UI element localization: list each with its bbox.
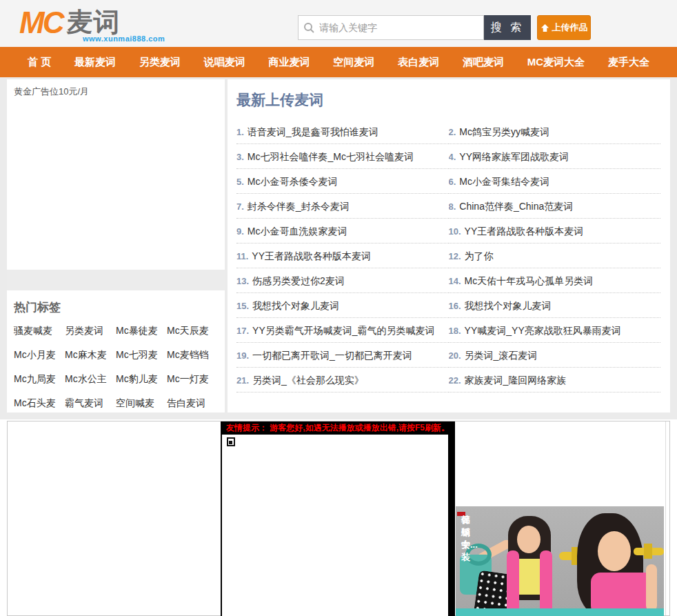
song-link[interactable]: 15.我想找个对象儿麦词 [236, 293, 449, 318]
tag-link[interactable]: Mc七羽麦 [116, 349, 167, 361]
song-number: 17. [236, 326, 249, 336]
song-number: 6. [449, 177, 456, 187]
song-link[interactable]: 9.Mc小金哥血洗娱家麦词 [236, 219, 449, 244]
song-link[interactable]: 19.一切都已离开歌词_一切都已离开麦词 [236, 343, 449, 368]
ad-girl1-face [517, 526, 540, 553]
site-logo[interactable]: MC麦词 www.xunmai888.com [19, 6, 157, 43]
song-title: 另类词_《社会那么现实》 [252, 375, 364, 386]
tag-link[interactable]: Mc小月麦 [14, 349, 65, 361]
tag-link[interactable]: 空间喊麦 [116, 397, 167, 410]
song-title: Mc小金哥血洗娱家麦词 [247, 226, 347, 237]
tag-link[interactable]: Mc暴徒麦 [116, 325, 167, 337]
song-number: 9. [236, 226, 244, 237]
song-number: 7. [236, 201, 244, 212]
song-link[interactable]: 1.语音麦词_我是鑫哥我怕谁麦词 [236, 119, 449, 144]
tag-link[interactable]: Mc天辰麦 [167, 325, 218, 337]
upload-arrow-icon [540, 23, 549, 32]
logo-site-name: 麦词 [66, 8, 120, 37]
hot-tags-grid: 骚麦喊麦 另类麦词 Mc暴徒麦 Mc天辰麦 Mc小月麦 Mc麻木麦 Mc七羽麦 … [7, 315, 225, 410]
ad-toy-plane-right [634, 548, 664, 555]
song-link[interactable]: 18.YY喊麦词_YY亮家战歌狂风暴雨麦词 [449, 318, 661, 343]
song-title: 封杀令伴奏_封杀令麦词 [247, 201, 350, 212]
search-area: 搜 索 [298, 15, 531, 40]
song-number: 12. [449, 251, 461, 261]
nav-item-mc-collection[interactable]: MC麦词大全 [523, 47, 589, 77]
tag-link[interactable]: Mc石头麦 [14, 397, 65, 410]
ad-image[interactable]: 韩版女装 促销中... [456, 506, 664, 616]
nav-item-space[interactable]: 空间麦词 [329, 47, 378, 77]
song-title: 另类词_滚石麦词 [465, 350, 538, 361]
upload-button[interactable]: 上传作品 [537, 15, 591, 40]
song-title: YY喊麦词_YY亮家战歌狂风暴雨麦词 [465, 325, 621, 336]
song-link[interactable]: 6.Mc小金哥集结令麦词 [449, 169, 661, 194]
song-number: 15. [236, 301, 249, 311]
song-link[interactable]: 20.另类词_滚石麦词 [449, 343, 661, 368]
song-link[interactable]: 5.Mc小金哥杀倭令麦词 [236, 169, 449, 194]
site-header: MC麦词 www.xunmai888.com 搜 索 上传作品 [0, 0, 677, 47]
ad-placeholder [7, 104, 225, 270]
tag-link[interactable]: Mc九局麦 [14, 373, 65, 386]
song-number: 18. [449, 326, 461, 336]
song-number: 11. [236, 251, 248, 261]
ad-promo-label: 韩版女装 促销中... [457, 512, 465, 516]
song-number: 16. [449, 301, 461, 311]
song-link[interactable]: 2.Mc鸽宝另类yy喊麦词 [449, 119, 661, 144]
tag-link[interactable]: Mc麻木麦 [65, 349, 116, 361]
song-title: YY网络家族军团战歌麦词 [459, 151, 569, 162]
nav-item-latest[interactable]: 最新麦词 [70, 47, 120, 77]
tag-link[interactable]: Mc水公主 [65, 373, 116, 386]
tag-link[interactable]: Mc麦铛铛 [167, 349, 218, 361]
hot-tags-heading: 热门标签 [14, 299, 218, 315]
song-title: 一切都已离开歌词_一切都已离开麦词 [252, 350, 412, 361]
sidebar-divider-bar [7, 270, 225, 290]
song-link[interactable]: 11.YY王者路战歌各种版本麦词 [236, 244, 449, 268]
logo-mc-text: MC [19, 6, 62, 39]
song-title: 我想找个对象儿麦词 [465, 300, 552, 311]
song-title: YY王者路战歌各种版本麦词 [465, 226, 584, 237]
song-link[interactable]: 4.YY网络家族军团战歌麦词 [449, 144, 661, 169]
page-bottom: 友情提示： 游客您好,如遇无法播放或播放出错,请按F5刷新。 韩版女装 促销中.… [0, 419, 677, 616]
song-number: 2. [449, 127, 456, 137]
song-link[interactable]: 21.另类词_《社会那么现实》 [236, 368, 449, 393]
song-number: 8. [449, 201, 456, 212]
song-title: Mc小金哥杀倭令麦词 [247, 176, 338, 187]
nav-item-home[interactable]: 首 页 [23, 47, 55, 77]
ad-girl1-top [519, 559, 541, 595]
song-link[interactable]: 16.我想找个对象儿麦词 [449, 293, 661, 318]
song-link[interactable]: 17.YY另类霸气开场喊麦词_霸气的另类喊麦词 [236, 318, 449, 343]
song-link[interactable]: 3.Mc七羽社会嗑伴奏_Mc七羽社会嗑麦词 [236, 144, 449, 169]
song-title: YY王者路战歌各种版本麦词 [252, 250, 371, 261]
nav-item-business[interactable]: 商业麦词 [264, 47, 314, 77]
song-link[interactable]: 7.封杀令伴奏_封杀令麦词 [236, 194, 449, 219]
player-body[interactable] [221, 435, 455, 616]
nav-item-rap[interactable]: 说唱麦词 [200, 47, 250, 77]
nav-item-confession[interactable]: 表白麦词 [394, 47, 443, 77]
song-link[interactable]: 8.China范伴奏_China范麦词 [449, 194, 661, 219]
upload-button-label: 上传作品 [552, 21, 588, 34]
search-input[interactable] [298, 15, 484, 40]
song-number: 13. [236, 276, 249, 286]
song-title: Mc七羽社会嗑伴奏_Mc七羽社会嗑麦词 [247, 151, 414, 162]
song-link[interactable]: 22.家族麦词_隆回网络家族 [449, 368, 661, 393]
ad-teal-bar [456, 608, 664, 616]
song-title: 语音麦词_我是鑫哥我怕谁麦词 [247, 126, 378, 137]
tag-link[interactable]: 告白麦词 [167, 397, 218, 410]
search-button[interactable]: 搜 索 [484, 15, 531, 40]
song-title: Mc小金哥集结令麦词 [459, 176, 549, 187]
song-title: China范伴奏_China范麦词 [459, 201, 573, 212]
tag-link[interactable]: 另类麦词 [65, 325, 116, 337]
song-link[interactable]: 14.Mc天佑十年戎马心孤单另类词 [449, 268, 661, 293]
tag-link[interactable]: Mc一灯麦 [167, 373, 218, 386]
nav-item-alternative[interactable]: 另类麦词 [135, 47, 185, 77]
song-link[interactable]: 10.YY王者路战歌各种版本麦词 [449, 219, 661, 244]
main-panel: 最新上传麦词 1.语音麦词_我是鑫哥我怕谁麦词 2.Mc鸽宝另类yy喊麦词 3.… [228, 79, 670, 413]
song-list: 1.语音麦词_我是鑫哥我怕谁麦词 2.Mc鸽宝另类yy喊麦词 3.Mc七羽社会嗑… [236, 119, 660, 393]
song-link[interactable]: 13.伤感另类爱过你2麦词 [236, 268, 449, 293]
tag-link[interactable]: Mc豹儿麦 [116, 373, 167, 386]
nav-item-bar[interactable]: 酒吧麦词 [458, 47, 508, 77]
song-title: Mc鸽宝另类yy喊麦词 [459, 126, 549, 137]
tag-link[interactable]: 霸气麦词 [65, 397, 116, 410]
song-link[interactable]: 12.为了你 [449, 244, 661, 268]
tag-link[interactable]: 骚麦喊麦 [14, 325, 65, 337]
nav-item-singers[interactable]: 麦手大全 [604, 47, 654, 77]
